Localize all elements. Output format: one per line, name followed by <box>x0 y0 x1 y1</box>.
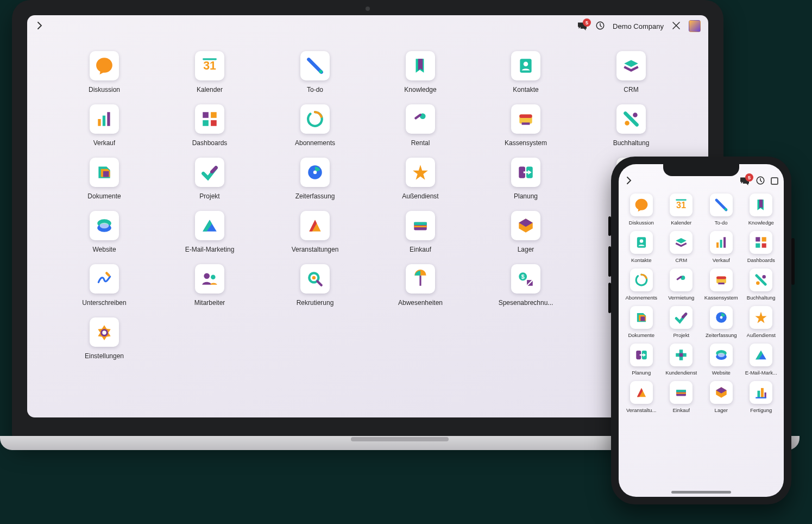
timesheets-icon <box>714 310 728 325</box>
app-rental[interactable]: Vermietung <box>662 269 700 301</box>
svg-rect-11 <box>203 120 209 126</box>
app-label: Zeiterfassung <box>295 192 335 200</box>
messages-button-mobile[interactable]: 5 <box>739 177 750 185</box>
app-accounting[interactable]: Buchhaltung <box>601 104 661 147</box>
todo-icon <box>714 198 728 212</box>
app-calendar[interactable]: 31Kalender <box>180 51 240 93</box>
app-dashboards[interactable]: Dashboards <box>742 231 780 263</box>
app-documents[interactable]: Dokumente <box>74 158 134 200</box>
svg-point-35 <box>204 273 210 279</box>
app-purchase[interactable]: Einkauf <box>662 381 700 413</box>
app-events[interactable]: Veranstaltungen <box>285 211 345 253</box>
app-icon-pos <box>511 104 540 134</box>
app-icon-mrp <box>750 381 772 404</box>
accounting-icon <box>622 110 640 128</box>
app-website[interactable]: Website <box>702 344 740 376</box>
app-sales[interactable]: Verkauf <box>74 104 134 147</box>
app-icon-subscriptions <box>300 104 330 134</box>
app-helpdesk[interactable]: Kundendienst <box>662 344 700 376</box>
app-label: Abonnements <box>625 295 657 301</box>
user-avatar[interactable] <box>689 20 701 32</box>
app-todo[interactable]: To-do <box>285 51 345 93</box>
app-label: Planung <box>632 370 651 376</box>
app-purchase[interactable]: Einkauf <box>391 211 450 253</box>
app-contacts[interactable]: Kontakte <box>622 231 660 263</box>
app-pos[interactable]: Kassensystem <box>496 104 556 147</box>
app-label: Dokumente <box>87 192 121 200</box>
app-knowledge[interactable]: Knowledge <box>391 51 450 93</box>
menu-toggle-mobile[interactable] <box>624 176 634 186</box>
laptop-camera <box>366 7 370 11</box>
svg-point-19 <box>633 113 638 117</box>
app-leaves[interactable]: Abwesenheiten <box>391 264 450 307</box>
app-knowledge[interactable]: Knowledge <box>742 194 780 226</box>
app-icon-sales <box>710 231 733 254</box>
app-label: Dashboards <box>747 257 775 263</box>
expand-button[interactable] <box>771 177 778 185</box>
svg-rect-51 <box>720 240 722 248</box>
activity-button[interactable] <box>595 21 605 32</box>
laptop-screen: 5 Demo Company Diskussion31KalenderTo-do… <box>27 15 708 417</box>
app-timesheets[interactable]: Zeiterfassung <box>702 306 740 338</box>
app-expenses[interactable]: $Spesenabrechnu... <box>496 264 556 307</box>
menu-toggle[interactable] <box>35 21 45 32</box>
app-contacts[interactable]: Kontakte <box>496 51 556 93</box>
app-label: Verkauf <box>93 139 116 147</box>
app-inventory[interactable]: Lager <box>702 381 740 413</box>
calendar-icon: 31 <box>674 198 688 212</box>
app-todo[interactable]: To-do <box>702 194 740 226</box>
app-label: Kalender <box>197 86 223 93</box>
app-documents[interactable]: Dokumente <box>622 306 660 338</box>
app-subscriptions[interactable]: Abonnements <box>285 104 345 147</box>
app-project[interactable]: Projekt <box>662 306 700 338</box>
svg-rect-6 <box>98 119 100 126</box>
inventory-icon <box>714 385 728 400</box>
app-planning[interactable]: Planung <box>622 344 660 376</box>
app-project[interactable]: Projekt <box>180 158 240 200</box>
sales-icon <box>714 235 728 249</box>
app-discuss[interactable]: Diskussion <box>622 194 660 226</box>
app-grid: Diskussion31KalenderTo-doKnowledgeKontak… <box>27 37 708 371</box>
app-icon-website <box>710 344 733 366</box>
app-calendar[interactable]: 31Kalender <box>662 194 700 226</box>
svg-rect-61 <box>718 283 724 284</box>
app-label: Lager <box>518 246 534 253</box>
discuss-icon <box>634 198 649 212</box>
app-email[interactable]: E-Mail-Mark... <box>742 344 780 376</box>
app-crm[interactable]: CRM <box>662 231 700 263</box>
activity-button-mobile[interactable] <box>756 176 765 186</box>
app-crm[interactable]: CRM <box>601 51 661 93</box>
svg-rect-17 <box>522 122 530 124</box>
app-fieldservice[interactable]: Außendienst <box>391 158 450 200</box>
app-timesheets[interactable]: Zeiterfassung <box>285 158 345 200</box>
app-website[interactable]: Website <box>74 211 134 253</box>
app-subscriptions[interactable]: Abonnements <box>622 269 660 301</box>
app-events[interactable]: Veranstaltu... <box>622 381 660 413</box>
app-icon-inventory <box>710 381 733 404</box>
app-email[interactable]: E-Mail-Marketing <box>180 211 240 253</box>
app-settings[interactable]: Einstellungen <box>74 317 134 360</box>
app-icon-inventory <box>511 211 540 240</box>
app-sales[interactable]: Verkauf <box>702 231 740 263</box>
app-pos[interactable]: Kassensystem <box>702 269 740 301</box>
app-discuss[interactable]: Diskussion <box>74 51 134 93</box>
app-recruitment[interactable]: Rekrutierung <box>285 264 345 307</box>
app-icon-subscriptions <box>630 269 653 291</box>
app-accounting[interactable]: Buchhaltung <box>742 269 780 301</box>
app-label: E-Mail-Marketing <box>185 246 235 253</box>
app-planning[interactable]: Planung <box>496 158 556 200</box>
app-employees[interactable]: Mitarbeiter <box>180 264 240 307</box>
planning-icon <box>517 163 535 182</box>
messages-button[interactable]: 5 <box>577 22 588 30</box>
dev-tools-button[interactable] <box>671 21 681 32</box>
project-icon <box>200 163 219 182</box>
app-mrp[interactable]: Fertigung <box>742 381 780 413</box>
app-sign[interactable]: Unterschreiben <box>74 264 134 307</box>
accounting-icon <box>754 273 768 287</box>
app-rental[interactable]: Rental <box>391 104 450 147</box>
app-inventory[interactable]: Lager <box>496 211 556 253</box>
app-fieldservice[interactable]: Außendienst <box>742 306 780 338</box>
contacts-icon <box>517 57 535 75</box>
company-name[interactable]: Demo Company <box>613 22 664 30</box>
app-dashboards[interactable]: Dashboards <box>180 104 240 147</box>
